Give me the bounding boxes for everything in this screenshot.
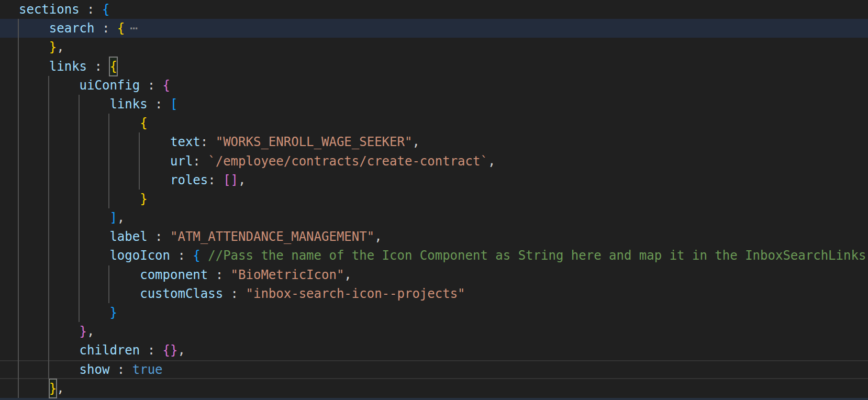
folded-code-ellipsis[interactable]: ⋯ (130, 19, 136, 38)
code-token: search (49, 19, 95, 38)
code-token: url (170, 152, 193, 171)
code-token: : (148, 95, 170, 114)
code-token: "BioMetricIcon" (231, 265, 344, 284)
code-line[interactable]: }, (0, 322, 868, 341)
code-token: "inbox-search-icon--projects" (246, 284, 465, 303)
code-token: { (117, 19, 125, 38)
code-token: , (117, 208, 125, 227)
code-token: { (140, 114, 147, 132)
code-token: true (132, 360, 163, 379)
code-line[interactable]: label : "ATM_ATTENDANCE_MANAGEMENT", (0, 227, 868, 246)
code-token: { (193, 246, 200, 265)
code-token: } (109, 303, 117, 322)
code-token: , (87, 322, 94, 341)
code-token: sections (19, 0, 80, 19)
code-line[interactable]: logoIcon : { //Pass the name of the Icon… (0, 246, 868, 265)
indent-guide (48, 76, 49, 379)
code-token: text (170, 132, 201, 151)
code-line[interactable]: sections : { (0, 0, 868, 19)
code-line[interactable]: search : {⋯ (0, 19, 868, 38)
code-token: "ATM_ATTENDANCE_MANAGEMENT" (170, 227, 374, 246)
code-line[interactable]: url: `/employee/contracts/create-contrac… (0, 152, 868, 171)
code-token: , (177, 341, 185, 360)
code-token: label (109, 227, 147, 246)
code-line[interactable]: } (0, 190, 868, 208)
code-line[interactable]: links : [ (0, 95, 868, 114)
code-token: : (193, 152, 208, 171)
code-token: {} (163, 341, 178, 360)
code-token: [] (223, 171, 238, 190)
code-token: `/employee/contracts/create-contract` (208, 152, 488, 171)
code-token: , (488, 152, 495, 171)
code-token: : (208, 265, 230, 284)
code-token: : (208, 171, 223, 190)
code-token: show (80, 360, 110, 379)
code-token: } (49, 38, 57, 57)
indent-guide (139, 132, 140, 190)
code-line[interactable]: links : { (0, 57, 868, 76)
code-line[interactable]: }, (0, 38, 868, 57)
code-token: [ (170, 95, 177, 114)
code-line[interactable]: roles: [], (0, 171, 868, 190)
code-token: : (170, 246, 193, 265)
code-line[interactable]: children : {}, (0, 341, 868, 360)
code-token: customClass (140, 284, 223, 303)
indent-guide (79, 95, 80, 322)
code-token: uiConfig (80, 76, 140, 95)
code-token: logoIcon (109, 246, 170, 265)
code-token: : (95, 19, 117, 38)
indent-guide (108, 265, 109, 303)
code-token: } (80, 322, 87, 341)
matched-bracket: } (49, 379, 57, 398)
code-token: component (140, 265, 208, 284)
code-token: : (80, 0, 102, 19)
code-line[interactable]: uiConfig : { (0, 76, 868, 95)
code-token: ] (109, 208, 117, 227)
code-token: : (140, 341, 162, 360)
code-token: , (374, 227, 382, 246)
code-line[interactable]: }, (0, 379, 868, 398)
code-token: roles (170, 171, 208, 190)
code-token: : (109, 360, 132, 379)
code-token: "WORKS_ENROLL_WAGE_SEEKER" (216, 132, 413, 151)
code-token: links (49, 57, 87, 76)
code-token: : (201, 132, 216, 151)
code-token: : (223, 284, 246, 303)
code-token: , (57, 38, 64, 57)
code-token: , (57, 379, 64, 398)
code-token: , (344, 265, 351, 284)
code-token: : (148, 227, 170, 246)
code-line[interactable]: { (0, 114, 868, 132)
code-token: { (163, 76, 170, 95)
matched-bracket: { (109, 57, 117, 76)
code-line[interactable]: customClass : "inbox-search-icon--projec… (0, 284, 868, 303)
indent-guide (108, 114, 109, 208)
code-token: } (140, 190, 147, 208)
code-line[interactable]: component : "BioMetricIcon", (0, 265, 868, 284)
indent-guide (18, 19, 19, 398)
code-line[interactable]: ], (0, 208, 868, 227)
code-line[interactable]: } (0, 303, 868, 322)
code-token: : (140, 76, 162, 95)
code-token: children (80, 341, 140, 360)
partial-line-highlight (0, 398, 868, 400)
code-editor: sections : {search : {⋯},links : {uiConf… (0, 0, 868, 400)
code-token: , (238, 171, 246, 190)
code-token: , (412, 132, 419, 151)
code-line[interactable]: text: "WORKS_ENROLL_WAGE_SEEKER", (0, 132, 868, 151)
code-line[interactable]: show : true (0, 360, 868, 379)
code-token: links (109, 95, 147, 114)
code-token: { (102, 0, 109, 19)
code-comment: //Pass the name of the Icon Component as… (201, 246, 866, 265)
code-token: : (87, 57, 109, 76)
